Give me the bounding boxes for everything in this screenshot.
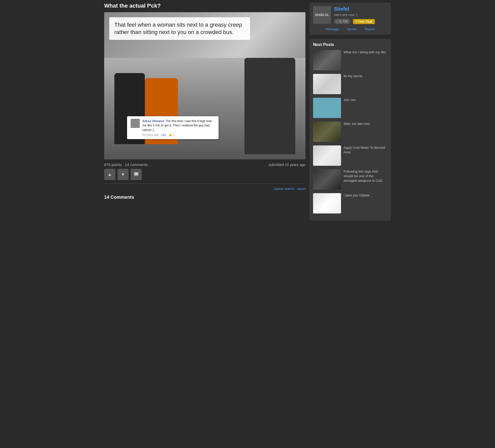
report-user-link[interactable]: Report [365, 27, 375, 31]
comments-heading: 14 Comments [104, 195, 305, 200]
next-post-label-3: Well, too late now. [344, 122, 370, 126]
submitted-time: submitted 10 years ago [268, 163, 305, 167]
actions-sep2: · [360, 27, 361, 31]
sidebar: HUGELOL Stiefel site's shit now :( © 5,7… [310, 3, 391, 221]
user-tagline: site's shit now :( [334, 13, 387, 17]
next-post-thumb-4 [313, 145, 341, 166]
upvote-button[interactable]: ▲ [104, 169, 115, 180]
next-post-label-6: I dare you Gillette... [344, 193, 372, 198]
next-post-item-1[interactable]: Its my secret. [313, 74, 387, 94]
next-post-thumb-2 [313, 98, 341, 118]
post-links: repost search · report [104, 187, 305, 191]
user-card-inner: HUGELOL Stiefel site's shit now :( © 5,7… [313, 6, 387, 24]
comment-meta: 20 hours ago · Like · 👍 1 [142, 133, 215, 137]
figure-right [244, 58, 295, 154]
karma-badge: © 5,756 [334, 19, 350, 24]
message-link[interactable]: Message [326, 27, 339, 31]
user-info: Stiefel site's shit now :( © 5,756 7-Yea… [334, 6, 387, 24]
links-separator: · [295, 187, 297, 191]
downvote-button[interactable]: ▼ [117, 169, 129, 180]
next-post-item-0[interactable]: What Am I doing with my life! [313, 50, 387, 70]
comment-avatar [131, 119, 140, 128]
next-posts-list: What Am I doing with my life!Its my secr… [313, 50, 387, 213]
ignore-link[interactable]: Ignore [347, 27, 357, 31]
main-content: What the actual f*ck? That feel when a w… [104, 3, 305, 221]
next-post-thumb-6 [313, 193, 341, 213]
user-stats: © 5,756 7-Year Club [334, 19, 387, 24]
repost-search-link[interactable]: repost search [274, 187, 294, 191]
next-post-label-1: Its my secret. [344, 74, 363, 78]
next-post-item-2[interactable]: Join 'em [313, 98, 387, 118]
user-actions: Message · Ignore · Report [313, 27, 387, 31]
post-stats: 676 points · 14 comments [104, 162, 148, 167]
next-posts: Next Posts What Am I doing with my life!… [310, 39, 391, 221]
karma-value: 5,756 [339, 20, 348, 23]
next-post-label-4: Apply Cold Water To Burned Area [344, 145, 387, 155]
copyright-icon: © [336, 20, 338, 23]
post-title: What the actual f*ck? [104, 3, 305, 9]
meme-scene [104, 58, 305, 159]
user-card: HUGELOL Stiefel site's shit now :( © 5,7… [310, 3, 391, 35]
next-post-thumb-1 [313, 74, 341, 94]
next-posts-title: Next Posts [313, 42, 387, 47]
next-post-thumb-5 [313, 169, 341, 190]
actions-sep: · [343, 27, 344, 31]
next-post-label-5: Following this logic fists should be one… [344, 169, 387, 183]
meme-caption-text: That feel when a woman sits next to a gr… [114, 21, 245, 36]
comment-overlay: Alexa Shearer The first time i saw this … [127, 116, 219, 139]
next-post-label-0: What Am I doing with my life! [344, 50, 386, 55]
comment-body: Alexa Shearer The first time i saw this … [142, 119, 215, 137]
comment-button[interactable] [131, 169, 142, 180]
next-post-label-2: Join 'em [344, 98, 356, 102]
comment-author: Alexa Shearer [142, 119, 164, 123]
next-post-thumb-3 [313, 122, 341, 142]
next-post-item-6[interactable]: I dare you Gillette... [313, 193, 387, 213]
post-footer: 676 points · 14 comments submitted 10 ye… [104, 162, 305, 167]
user-avatar: HUGELOL [313, 6, 331, 24]
divider [104, 184, 305, 184]
post-actions: ▲ ▼ [104, 169, 305, 180]
next-post-item-4[interactable]: Apply Cold Water To Burned Area [313, 145, 387, 166]
next-post-item-5[interactable]: Following this logic fists should be one… [313, 169, 387, 190]
year-badge: 7-Year Club [353, 19, 375, 24]
report-link[interactable]: report [297, 187, 305, 191]
meme-caption-box: That feel when a woman sits next to a gr… [109, 17, 250, 40]
user-name: Stiefel [334, 6, 387, 12]
like-link[interactable]: Like [161, 133, 166, 136]
post-image: That feel when a woman sits next to a gr… [104, 12, 305, 159]
next-post-thumb-0 [313, 50, 341, 70]
next-post-item-3[interactable]: Well, too late now. [313, 122, 387, 142]
